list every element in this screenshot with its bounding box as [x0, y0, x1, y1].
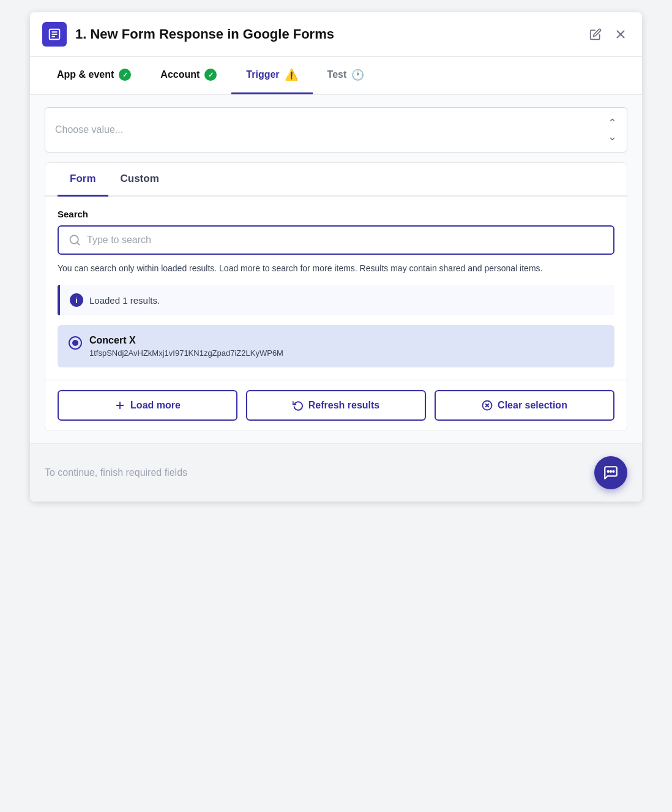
- panel-body: Choose value... ⌃⌄ Form Custom Search: [30, 95, 642, 443]
- sub-tabs: Form Custom: [45, 163, 627, 197]
- chevron-icon: ⌃⌄: [608, 116, 617, 143]
- clear-selection-label: Clear selection: [498, 400, 567, 411]
- sub-tab-form[interactable]: Form: [58, 163, 108, 197]
- tab-test-label: Test: [327, 69, 347, 80]
- tab-trigger-warn: ⚠️: [285, 68, 298, 81]
- svg-point-14: [608, 471, 609, 472]
- load-more-label: Load more: [130, 400, 181, 411]
- choose-value-placeholder: Choose value...: [55, 124, 123, 135]
- app-icon: [42, 22, 67, 47]
- svg-point-15: [613, 471, 614, 472]
- tab-app-event-label: App & event: [57, 69, 114, 80]
- x-circle-icon: [482, 400, 493, 411]
- action-buttons: Load more Refresh results Clear sel: [45, 380, 627, 430]
- edit-button[interactable]: [587, 26, 604, 43]
- panel-header: 1. New Form Response in Google Forms: [30, 12, 642, 57]
- result-text: Concert X 1tfspSNdj2AvHZkMxj1vI971KN1zgZ…: [89, 335, 283, 358]
- refresh-results-label: Refresh results: [308, 400, 380, 411]
- tab-account[interactable]: Account ✓: [146, 58, 231, 94]
- close-button[interactable]: [611, 25, 630, 43]
- info-box-text: Loaded 1 results.: [89, 295, 160, 306]
- svg-point-13: [610, 471, 611, 472]
- tab-app-event[interactable]: App & event ✓: [42, 58, 146, 94]
- sub-tab-custom-label: Custom: [121, 173, 159, 184]
- result-item[interactable]: Concert X 1tfspSNdj2AvHZkMxj1vI971KN1zgZ…: [58, 325, 614, 367]
- refresh-icon: [293, 400, 304, 411]
- inner-card: Form Custom Search You can search only w…: [45, 162, 627, 431]
- sub-tab-form-label: Form: [70, 173, 96, 184]
- header-actions: [587, 25, 630, 43]
- choose-value-wrapper: Choose value... ⌃⌄: [45, 107, 627, 152]
- search-label: Search: [58, 209, 614, 219]
- main-tabs: App & event ✓ Account ✓ Trigger ⚠️ Test …: [30, 57, 642, 95]
- svg-line-7: [77, 242, 80, 245]
- plus-icon: [114, 400, 125, 411]
- search-hint: You can search only within loaded result…: [58, 262, 614, 275]
- search-input-wrap[interactable]: [58, 225, 614, 255]
- sub-tab-custom[interactable]: Custom: [108, 163, 171, 197]
- clear-selection-button[interactable]: Clear selection: [435, 390, 614, 421]
- chat-icon: [603, 465, 619, 481]
- chat-button[interactable]: [594, 456, 627, 489]
- tab-test[interactable]: Test 🕐: [313, 58, 379, 94]
- search-input[interactable]: [87, 235, 603, 246]
- result-id: 1tfspSNdj2AvHZkMxj1vI971KN1zgZpad7iZ2LKy…: [89, 348, 283, 358]
- tab-account-check: ✓: [204, 69, 217, 81]
- radio-button[interactable]: [69, 336, 82, 350]
- tab-trigger-label: Trigger: [246, 69, 279, 80]
- main-panel: 1. New Form Response in Google Forms App…: [30, 12, 642, 502]
- radio-inner: [72, 340, 78, 346]
- panel-footer: To continue, finish required fields: [30, 443, 642, 502]
- search-area: Search You can search only within loaded…: [45, 197, 627, 285]
- load-more-button[interactable]: Load more: [58, 390, 237, 421]
- tab-trigger[interactable]: Trigger ⚠️: [231, 57, 312, 94]
- panel-title: 1. New Form Response in Google Forms: [75, 26, 587, 42]
- tab-test-clock: 🕐: [351, 69, 364, 81]
- tab-app-event-check: ✓: [119, 69, 131, 81]
- info-box: i Loaded 1 results.: [58, 285, 614, 315]
- tab-account-label: Account: [160, 69, 200, 80]
- result-title: Concert X: [89, 335, 283, 346]
- refresh-results-button[interactable]: Refresh results: [246, 390, 426, 421]
- choose-value-dropdown[interactable]: Choose value... ⌃⌄: [45, 107, 627, 152]
- search-icon: [69, 234, 81, 246]
- info-icon: i: [70, 293, 83, 307]
- footer-text: To continue, finish required fields: [45, 467, 187, 478]
